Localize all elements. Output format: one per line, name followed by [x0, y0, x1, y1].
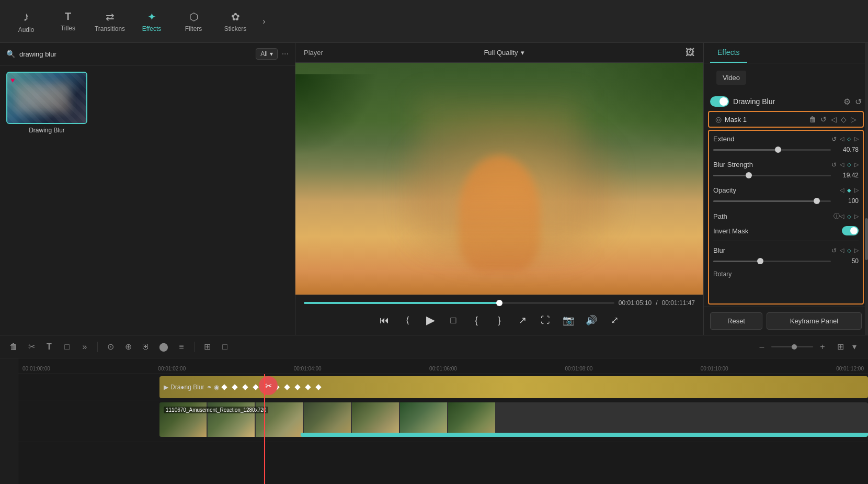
extend-next-icon[interactable]: ▷ [854, 136, 859, 142]
zoom-thumb[interactable] [792, 344, 797, 350]
blur-next-icon[interactable]: ▷ [854, 247, 859, 254]
opacity-thumb[interactable] [814, 198, 820, 204]
progress-thumb[interactable] [496, 300, 502, 306]
toolbar-filters[interactable]: ⬡ Filters [173, 3, 214, 40]
scissors-tool[interactable]: ✂ [259, 376, 278, 395]
progress-bar[interactable] [304, 302, 614, 304]
mask-prev-icon[interactable]: ◁ [831, 115, 837, 123]
ruler-mark-5: 00:01:08:00 [565, 366, 592, 372]
tl-text-button[interactable]: T [42, 340, 56, 354]
blur-strength-prev-icon[interactable]: ◁ [840, 161, 844, 168]
right-scrollbar-thumb[interactable] [865, 218, 868, 260]
tl-delete-button[interactable]: 🗑 [6, 340, 21, 354]
invert-mask-toggle[interactable] [842, 226, 859, 235]
more-options-icon[interactable]: ··· [282, 49, 289, 59]
blur-strength-reset-icon[interactable]: ↺ [831, 161, 837, 168]
mark-out-button[interactable]: } [491, 312, 508, 329]
step-back-button[interactable]: ⟨ [399, 312, 416, 329]
crop-button[interactable]: ⤢ [606, 312, 623, 329]
extend-fill [713, 149, 778, 151]
tl-split-button[interactable]: ⊞ [200, 340, 214, 354]
tl-crop-button[interactable]: □ [60, 340, 74, 354]
blur-strength-thumb[interactable] [746, 172, 752, 178]
path-prev-icon[interactable]: ◁ [840, 213, 844, 220]
mask-delete-icon[interactable]: 🗑 [809, 115, 816, 123]
timeline-tracks: ▶ Dra●ng Blur ⚭ ◉ [18, 374, 868, 484]
filter-dropdown[interactable]: All ▾ [256, 48, 277, 60]
reset-button[interactable]: Reset [710, 312, 762, 330]
playback-controls: ⏮ ⟨ ▶ □ { } ↗ ⛶ 📷 🔊 ⤢ [295, 310, 703, 331]
mark-in-button[interactable]: { [468, 312, 485, 329]
play-button[interactable]: ▶ [422, 312, 439, 329]
opacity-slider[interactable] [713, 200, 831, 202]
path-info-icon[interactable]: ⓘ [833, 212, 840, 221]
extend-slider[interactable] [713, 149, 831, 151]
screenshot-icon[interactable]: 🖼 [686, 47, 695, 58]
effect-reset-icon[interactable]: ↺ [855, 97, 862, 107]
blur-slider[interactable] [713, 261, 831, 262]
tl-grid-button[interactable]: ⊞ [837, 342, 844, 352]
tl-menu-button[interactable]: ≡ [174, 340, 189, 354]
mask-reset-icon[interactable]: ↺ [820, 115, 827, 123]
path-diamond-icon[interactable]: ◇ [847, 213, 851, 219]
stop-button[interactable]: □ [445, 312, 462, 329]
toolbar-audio[interactable]: ♪ Audio [5, 3, 47, 40]
camera-button[interactable]: 📷 [560, 312, 577, 329]
blur-strength-next-icon[interactable]: ▷ [854, 161, 859, 168]
mask-next-icon[interactable]: ▷ [851, 115, 856, 123]
blur-strength-slider[interactable] [713, 175, 831, 176]
timeline-section: 🗑 ✂ T □ » ⊙ ⊕ ⛨ ⬤ ≡ ⊞ □ – + ⊞ ▾ 00:01:00… [0, 335, 868, 484]
transitions-icon: ⇄ [106, 10, 115, 23]
tl-zoom-out-button[interactable]: – [755, 340, 769, 354]
blur-diamond-icon[interactable]: ◇ [847, 247, 851, 253]
fullscreen-button[interactable]: ⛶ [537, 312, 554, 329]
effect-toggle[interactable] [710, 96, 729, 107]
tl-more-button[interactable]: » [77, 340, 92, 354]
toolbar-effects[interactable]: ✦ Effects [131, 3, 173, 40]
search-input[interactable] [19, 50, 252, 58]
playhead[interactable] [264, 374, 265, 484]
extend-thumb[interactable] [775, 147, 781, 153]
subtab-video[interactable]: Video [716, 71, 746, 85]
mask-diamond-icon[interactable]: ◇ [841, 115, 847, 123]
keyframe-panel-button[interactable]: Keyframe Panel [767, 312, 862, 330]
tl-add-track-button[interactable]: ⊕ [121, 340, 135, 354]
blur-thumb[interactable] [757, 258, 763, 264]
export-button[interactable]: ↗ [514, 312, 531, 329]
track-effect-icons: ▶ Dra●ng Blur ⚭ ◉ [164, 384, 219, 391]
extend-prev-icon[interactable]: ◁ [840, 136, 844, 142]
toolbar-stickers[interactable]: ✿ Stickers [214, 3, 256, 40]
opacity-next-icon[interactable]: ▷ [854, 187, 859, 194]
audio-button[interactable]: 🔊 [583, 312, 600, 329]
tl-audio-button[interactable]: ⬤ [156, 340, 171, 354]
tab-effects[interactable]: Effects [710, 43, 747, 63]
extend-diamond-icon[interactable]: ◇ [847, 136, 851, 142]
mask-actions: 🗑 ↺ ◁ ◇ ▷ [809, 115, 856, 123]
blur-prev-icon[interactable]: ◁ [840, 247, 844, 254]
tl-cut-button[interactable]: ✂ [24, 340, 39, 354]
quality-selector[interactable]: Full Quality ▾ [484, 49, 524, 57]
timeline-ruler: 00:01:00:00 00:01:02:00 00:01:04:00 00:0… [18, 358, 868, 374]
tl-shield-button[interactable]: ⛨ [139, 340, 153, 354]
tl-zoom-in-button[interactable]: + [815, 340, 830, 354]
effect-card-drawing-blur[interactable]: ♥ Drawing Blur [6, 72, 87, 134]
opacity-prev-icon[interactable]: ◁ [840, 187, 844, 194]
right-panel: Effects Video Drawing Blur ⚙ ↺ ◎ Mask 1 … [703, 43, 868, 335]
video-track[interactable]: 1110670_Amusement_Reaction_1280x720 [159, 402, 868, 437]
blur-reset-icon[interactable]: ↺ [831, 247, 837, 254]
blur-strength-diamond-icon[interactable]: ◇ [847, 162, 851, 167]
rewind-button[interactable]: ⏮ [376, 312, 393, 329]
zoom-track[interactable] [771, 346, 813, 347]
path-next-icon[interactable]: ▷ [854, 213, 859, 220]
tl-insert-button[interactable]: □ [218, 340, 232, 354]
toolbar-transitions[interactable]: ⇄ Transitions [89, 3, 131, 40]
tl-options-button[interactable]: ▾ [847, 340, 862, 354]
toolbar-expand-button[interactable]: › [256, 14, 272, 29]
right-scrollbar[interactable] [865, 43, 868, 335]
toolbar-titles[interactable]: T Titles [47, 3, 89, 40]
opacity-diamond-icon[interactable]: ◆ [847, 187, 851, 193]
effect-settings-icon[interactable]: ⚙ [843, 97, 851, 107]
kf-diamond-8 [294, 384, 300, 390]
tl-track-target-button[interactable]: ⊙ [103, 340, 118, 354]
extend-reset-icon[interactable]: ↺ [831, 136, 837, 143]
